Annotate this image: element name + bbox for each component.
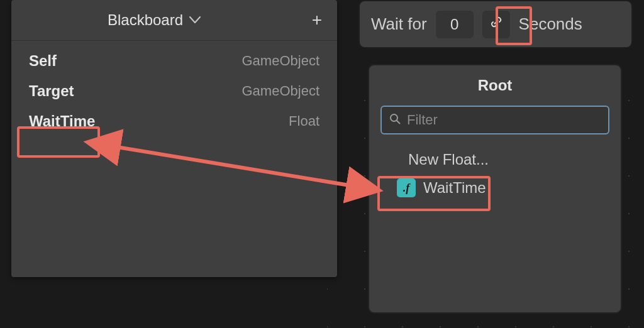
add-button[interactable]: + xyxy=(297,10,337,30)
link-icon xyxy=(489,14,504,34)
variable-type: GameObject xyxy=(242,83,320,99)
wait-for-bar: Wait for 0 Seconds xyxy=(358,0,633,48)
chevron-down-icon xyxy=(189,16,201,24)
variable-name: Self xyxy=(29,52,57,70)
filter-placeholder: Filter xyxy=(407,112,438,128)
variable-type: Float xyxy=(289,113,319,129)
blackboard-row[interactable]: Self GameObject xyxy=(11,46,337,76)
filter-input[interactable]: Filter xyxy=(380,106,609,134)
blackboard-panel: Blackboard + Self GameObject Target Game… xyxy=(11,0,337,277)
search-icon xyxy=(389,113,401,127)
wait-suffix-label: Seconds xyxy=(519,14,582,34)
svg-line-1 xyxy=(397,121,400,124)
variable-name: WaitTime xyxy=(29,112,95,130)
new-float-label: New Float... xyxy=(408,151,489,168)
variable-item-waittime[interactable]: .f WaitTime xyxy=(380,173,609,202)
blackboard-row[interactable]: WaitTime Float xyxy=(11,106,337,136)
variable-picker-popup: Root Filter New Float... .f WaitTime xyxy=(368,64,622,314)
blackboard-header: Blackboard + xyxy=(11,0,337,41)
variable-item-label: WaitTime xyxy=(423,179,486,197)
float-type-icon: .f xyxy=(397,178,416,197)
blackboard-title-dropdown[interactable]: Blackboard xyxy=(11,11,297,29)
blackboard-rows: Self GameObject Target GameObject WaitTi… xyxy=(11,41,337,141)
variable-name: Target xyxy=(29,82,74,100)
popup-title: Root xyxy=(380,77,609,94)
wait-value-field[interactable]: 0 xyxy=(436,11,474,38)
wait-prefix-label: Wait for xyxy=(371,14,427,34)
link-button[interactable] xyxy=(482,11,510,38)
new-float-item[interactable]: New Float... xyxy=(380,146,609,173)
variable-type: GameObject xyxy=(242,53,320,69)
blackboard-row[interactable]: Target GameObject xyxy=(11,76,337,106)
blackboard-title: Blackboard xyxy=(108,11,183,29)
